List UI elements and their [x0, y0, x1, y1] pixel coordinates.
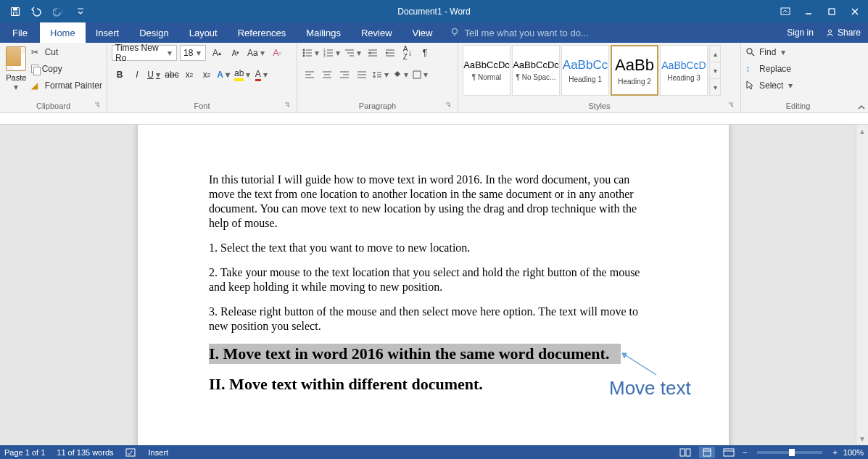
borders-button[interactable]: ▾ [412, 67, 430, 83]
style-item--no-spac-[interactable]: AaBbCcDc¶ No Spac... [512, 45, 560, 96]
styles-scroll-up[interactable]: ▴ [710, 46, 720, 62]
align-right-button[interactable] [336, 67, 352, 83]
tab-references[interactable]: References [228, 22, 296, 43]
paste-button[interactable]: Paste ▾ [4, 45, 28, 93]
ribbon-display-options-button[interactable] [775, 3, 795, 20]
sign-in-link[interactable]: Sign in [787, 28, 814, 38]
paragraph[interactable]: 3. Release right button of the mouse and… [209, 305, 658, 334]
find-button[interactable]: Find ▾ [745, 45, 794, 59]
tell-me-input[interactable]: Tell me what you want to do... [442, 22, 588, 43]
chevron-down-icon[interactable]: ▾ [195, 48, 202, 58]
numbering-button[interactable]: 123▾ [323, 45, 342, 61]
paragraph[interactable]: 2. Take your mouse to the text location … [209, 265, 658, 294]
font-launcher[interactable] [284, 102, 292, 110]
view-read-mode-button[interactable] [677, 447, 693, 458]
text-selection[interactable]: I. Move text in word 2016 within the sam… [209, 344, 621, 364]
justify-button[interactable] [354, 67, 370, 83]
zoom-out-button[interactable]: − [743, 448, 747, 457]
paragraph-launcher[interactable] [445, 102, 453, 110]
zoom-in-button[interactable]: + [832, 448, 837, 457]
tab-layout[interactable]: Layout [179, 22, 228, 43]
tab-review[interactable]: Review [351, 22, 402, 43]
undo-button[interactable] [29, 4, 45, 20]
minimize-button[interactable] [798, 3, 819, 20]
document-area[interactable]: In this tutorial I will guide how to mov… [0, 125, 868, 445]
change-case-button[interactable]: Aa▾ [247, 45, 267, 61]
sort-button[interactable]: AZ↓ [400, 45, 416, 61]
font-name-input[interactable]: Times New Ro ▾ [112, 45, 177, 61]
strikethrough-button[interactable]: abc [164, 67, 180, 83]
style-item-heading-2[interactable]: AaBbHeading 2 [611, 45, 658, 96]
show-marks-button[interactable]: ¶ [417, 45, 433, 61]
styles-launcher[interactable] [727, 102, 736, 110]
align-center-button[interactable] [319, 67, 335, 83]
bold-button[interactable]: B [112, 67, 128, 83]
horizontal-ruler[interactable] [0, 113, 868, 125]
superscript-button[interactable]: x2 [199, 67, 215, 83]
text-effects-button[interactable]: A▾ [216, 67, 232, 83]
clear-formatting-button[interactable]: A◦ [270, 45, 286, 61]
chevron-down-icon[interactable]: ▾ [787, 80, 794, 91]
share-button[interactable]: Share [821, 26, 865, 39]
decrease-indent-button[interactable] [365, 45, 381, 61]
subscript-button[interactable]: x2 [181, 67, 197, 83]
line-spacing-button[interactable]: ▾ [371, 67, 391, 83]
status-proofing[interactable] [125, 447, 137, 458]
selected-heading[interactable]: I. Move text in word 2016 within the sam… [209, 344, 658, 364]
align-left-button[interactable] [302, 67, 318, 83]
clipboard-launcher[interactable] [94, 102, 102, 110]
tab-view[interactable]: View [402, 22, 443, 43]
status-page[interactable]: Page 1 of 1 [4, 448, 45, 457]
tab-insert[interactable]: Insert [86, 22, 130, 43]
status-mode[interactable]: Insert [149, 448, 169, 457]
font-size-input[interactable]: 18 ▾ [180, 45, 206, 61]
chevron-down-icon[interactable]: ▾ [780, 47, 787, 57]
style-item--normal[interactable]: AaBbCcDc¶ Normal [463, 45, 511, 96]
view-print-layout-button[interactable] [699, 447, 715, 458]
tab-design[interactable]: Design [129, 22, 178, 43]
highlight-button[interactable]: ab▾ [233, 67, 252, 83]
select-button[interactable]: Select ▾ [745, 78, 794, 93]
chevron-down-icon[interactable]: ▾ [12, 82, 20, 92]
paragraph[interactable]: In this tutorial I will guide how to mov… [209, 173, 658, 231]
view-web-layout-button[interactable] [721, 447, 737, 458]
format-painter-icon: ◢ [31, 80, 41, 91]
styles-scroll-down[interactable]: ▾ [710, 62, 720, 78]
zoom-thumb[interactable] [789, 449, 795, 456]
collapse-ribbon-button[interactable] [855, 43, 868, 112]
zoom-level[interactable]: 100% [843, 448, 864, 457]
tab-mailings[interactable]: Mailings [296, 22, 351, 43]
vertical-scrollbar[interactable]: ▴ ▾ [856, 125, 868, 445]
cut-button[interactable]: ✂ Cut [31, 45, 102, 59]
chevron-down-icon[interactable]: ▾ [167, 48, 173, 58]
save-button[interactable] [7, 4, 23, 20]
underline-button[interactable]: U▾ [146, 67, 162, 83]
tab-file[interactable]: File [0, 22, 40, 43]
italic-button[interactable]: I [129, 67, 145, 83]
quick-access-toolbar [0, 4, 94, 20]
multilevel-list-button[interactable]: ▾ [344, 45, 363, 61]
replace-button[interactable]: ↕ Replace [745, 62, 794, 76]
group-clipboard: Paste ▾ ✂ Cut Copy ◢ Format Painter Clip [0, 43, 107, 112]
style-item-heading-1[interactable]: AaBbCcHeading 1 [561, 45, 609, 96]
status-words[interactable]: 11 of 135 words [57, 448, 113, 457]
heading[interactable]: II. Move text within different document. [209, 374, 658, 394]
bullets-button[interactable]: ▾ [302, 45, 321, 61]
copy-button[interactable]: Copy [31, 62, 102, 76]
style-item-heading-3[interactable]: AaBbCcDHeading 3 [660, 45, 708, 96]
format-painter-button[interactable]: ◢ Format Painter [31, 78, 102, 93]
styles-expand[interactable]: ▾ [710, 78, 720, 95]
grow-font-button[interactable]: A▴ [209, 45, 225, 61]
paragraph[interactable]: 1. Select the text that you want to move… [209, 241, 658, 255]
close-button[interactable] [845, 3, 865, 20]
tab-home[interactable]: Home [40, 22, 86, 43]
redo-button[interactable] [51, 4, 67, 20]
increase-indent-button[interactable] [382, 45, 398, 61]
shading-button[interactable]: ▾ [392, 67, 410, 83]
qat-customize-button[interactable] [73, 4, 88, 20]
zoom-slider[interactable] [757, 451, 822, 454]
maximize-button[interactable] [822, 3, 842, 20]
font-color-button[interactable]: A▾ [254, 67, 270, 83]
shrink-font-button[interactable]: A▾ [228, 45, 244, 61]
lightbulb-icon [450, 28, 460, 38]
